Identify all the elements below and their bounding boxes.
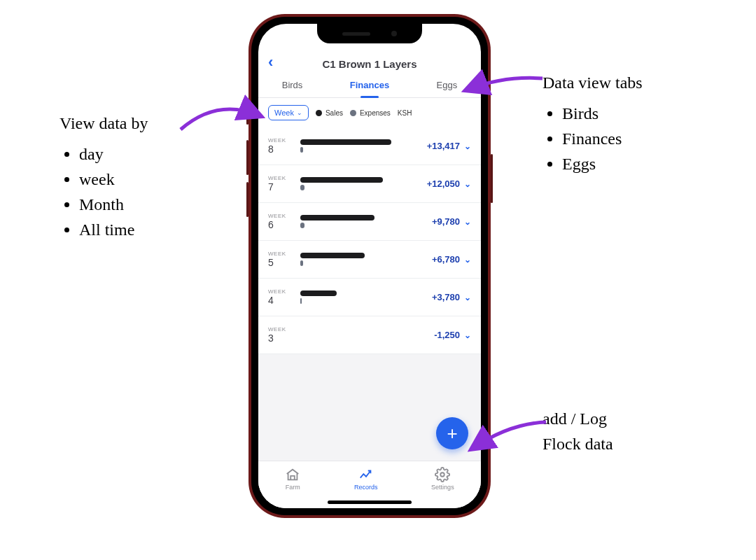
net-value[interactable]: +12,050⌄ — [427, 178, 471, 189]
week-column: WEEK3 — [268, 326, 293, 344]
net-value[interactable]: +6,780⌄ — [432, 254, 471, 265]
sales-dot-icon — [316, 110, 322, 116]
week-label: WEEK — [268, 251, 293, 257]
annotation-left-list: dayweekMonthAll time — [79, 141, 148, 242]
finance-row[interactable]: WEEK6+9,780⌄ — [258, 203, 481, 241]
annotation-list-item: day — [79, 141, 148, 167]
expenses-bar — [300, 147, 303, 153]
finance-row[interactable]: WEEK3-1,250⌄ — [258, 316, 481, 354]
chevron-left-icon: ‹ — [268, 53, 273, 71]
annotation-list-item: Birds — [562, 101, 643, 126]
week-number: 6 — [268, 219, 293, 230]
finance-row[interactable]: WEEK4+3,780⌄ — [258, 279, 481, 316]
net-value-text: +9,780 — [432, 216, 460, 227]
net-value[interactable]: +13,417⌄ — [427, 141, 471, 151]
tab-records[interactable]: Records — [354, 467, 378, 491]
expenses-dot-icon — [350, 110, 356, 116]
tab-birds[interactable]: Birds — [279, 74, 306, 97]
phone-notch — [317, 24, 422, 43]
power-button — [491, 154, 493, 203]
finance-list[interactable]: WEEK8+13,417⌄WEEK7+12,050⌄WEEK6+9,780⌄WE… — [258, 127, 481, 508]
filter-row: Week ⌄ Sales Expenses KSH — [258, 98, 481, 127]
expenses-bar — [300, 185, 304, 190]
week-number: 7 — [268, 181, 293, 192]
legend-sales: Sales — [316, 109, 343, 117]
week-label: WEEK — [268, 288, 293, 295]
legend-expenses: Expenses — [350, 109, 391, 117]
finance-row[interactable]: WEEK8+13,417⌄ — [258, 127, 481, 165]
sales-bar — [300, 139, 391, 145]
net-value-text: +12,050 — [427, 178, 460, 189]
tab-settings[interactable]: Settings — [431, 467, 454, 491]
week-label: WEEK — [268, 137, 293, 144]
annotation-arrow-bottom — [468, 416, 552, 461]
svg-point-0 — [441, 472, 445, 477]
phone-screen: ‹ C1 Brown 1 Layers Birds Finances Eggs … — [258, 24, 481, 508]
chevron-down-icon: ⌄ — [297, 109, 302, 116]
bar-column — [300, 290, 425, 304]
currency-label: KSH — [398, 109, 412, 117]
records-icon — [358, 467, 374, 482]
back-button[interactable]: ‹ — [268, 55, 273, 70]
annotation-bottom-sub: Flock data — [542, 431, 613, 456]
week-number: 4 — [268, 295, 293, 306]
finance-row[interactable]: WEEK5+6,780⌄ — [258, 241, 481, 279]
add-log-button[interactable]: + — [436, 417, 468, 449]
sales-bar — [300, 215, 374, 220]
net-value[interactable]: -1,250⌄ — [434, 330, 471, 340]
chevron-down-icon: ⌄ — [464, 330, 471, 340]
phone-bezel: ‹ C1 Brown 1 Layers Birds Finances Eggs … — [251, 17, 488, 515]
sales-bar — [300, 177, 383, 183]
week-column: WEEK4 — [268, 288, 293, 306]
annotation-left-title: View data by — [59, 111, 148, 136]
bar-column — [300, 177, 420, 190]
week-label: WEEK — [268, 326, 293, 332]
tab-farm-label: Farm — [286, 484, 300, 491]
annotation-list-item: Finances — [562, 126, 643, 151]
week-label: WEEK — [268, 175, 293, 181]
legend-sales-label: Sales — [326, 109, 343, 117]
home-indicator[interactable] — [328, 500, 412, 504]
net-value-text: +6,780 — [432, 254, 460, 265]
chevron-down-icon: ⌄ — [464, 179, 471, 189]
tab-eggs[interactable]: Eggs — [434, 74, 461, 97]
bar-column — [300, 253, 425, 266]
tab-records-label: Records — [354, 484, 378, 491]
net-value-text: +13,417 — [427, 141, 460, 151]
net-value[interactable]: +3,780⌄ — [432, 292, 471, 302]
tab-finances[interactable]: Finances — [347, 74, 392, 97]
data-view-tabs: Birds Finances Eggs — [258, 74, 481, 98]
tab-farm[interactable]: Farm — [285, 467, 300, 491]
net-value-text: -1,250 — [434, 330, 460, 340]
expenses-bar — [300, 223, 304, 228]
volume-up-button — [246, 140, 248, 175]
finance-row[interactable]: WEEK7+12,050⌄ — [258, 165, 481, 203]
annotation-bottom-title: add / Log — [542, 406, 613, 431]
settings-icon — [435, 467, 450, 482]
annotation-list-item: Month — [79, 192, 148, 217]
legend-expenses-label: Expenses — [360, 109, 391, 117]
annotation-list-item: All time — [79, 217, 148, 242]
annotation-list-item: week — [79, 167, 148, 192]
phone-frame: ‹ C1 Brown 1 Layers Birds Finances Eggs … — [248, 14, 491, 518]
sales-bar — [300, 290, 337, 296]
expenses-bar — [300, 260, 303, 266]
bar-column — [300, 139, 420, 153]
farm-icon — [285, 467, 300, 482]
chevron-down-icon: ⌄ — [464, 255, 471, 265]
expenses-bar — [300, 298, 302, 304]
week-column: WEEK5 — [268, 251, 293, 268]
week-number: 8 — [268, 144, 293, 155]
annotation-right-list: BirdsFinancesEggs — [562, 101, 643, 176]
annotation-arrow-left — [175, 91, 266, 143]
page-title: C1 Brown 1 Layers — [322, 58, 416, 70]
period-select[interactable]: Week ⌄ — [268, 105, 309, 120]
week-number: 5 — [268, 257, 293, 268]
week-number: 3 — [268, 332, 293, 344]
net-value-text: +3,780 — [432, 292, 460, 302]
net-value[interactable]: +9,780⌄ — [432, 216, 471, 227]
sales-bar — [300, 253, 365, 258]
week-column: WEEK7 — [268, 175, 293, 192]
annotation-bottom: add / Log Flock data — [542, 406, 613, 456]
week-column: WEEK8 — [268, 137, 293, 155]
